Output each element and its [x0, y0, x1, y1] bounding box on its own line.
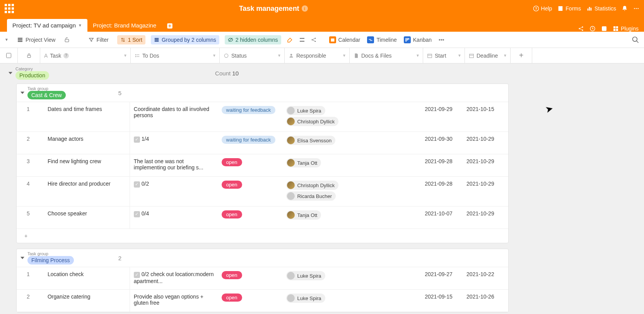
project-view-button[interactable]: Project View — [14, 35, 59, 44]
todo-cell[interactable]: ✓1/4 — [130, 132, 218, 154]
start-cell[interactable]: 2021-09-28 — [421, 177, 463, 206]
share-icon[interactable] — [311, 37, 317, 43]
taskgroup-chip[interactable]: Filming Process — [27, 256, 74, 265]
docs-cell[interactable] — [347, 132, 421, 154]
docs-cell[interactable] — [347, 290, 421, 312]
responsible-cell[interactable]: Luke SpiraChristoph Dyllick — [282, 102, 347, 131]
add-column-button[interactable]: + — [511, 48, 532, 63]
col-status[interactable]: Status▼ — [220, 48, 285, 63]
person-chip[interactable]: Ricarda Bucher — [286, 191, 336, 201]
col-checkbox[interactable] — [0, 48, 18, 63]
deadline-cell[interactable]: 2021-10-29 — [463, 154, 508, 176]
deadline-cell[interactable]: 2021-10-29 — [463, 177, 508, 206]
chevron-down-icon[interactable]: ▼ — [212, 53, 216, 58]
person-chip[interactable]: Christoph Dyllick — [286, 117, 338, 126]
col-docs[interactable]: Docs & Files▼ — [350, 48, 423, 63]
table-row[interactable]: 2Organize cateringProvide also vegan opt… — [17, 290, 508, 312]
lock-open-icon[interactable] — [64, 37, 70, 43]
collapse-icon[interactable] — [20, 257, 24, 259]
chevron-down-icon[interactable]: ▼ — [342, 53, 346, 58]
more-views-icon[interactable]: ••• — [439, 37, 444, 43]
task-cell[interactable]: Hire director and producer — [44, 177, 130, 206]
start-cell[interactable]: 2021-09-27 — [421, 267, 463, 289]
docs-cell[interactable] — [347, 102, 421, 131]
person-chip[interactable]: Tanja Ott — [286, 158, 321, 167]
person-chip[interactable]: Elisa Svensson — [286, 136, 335, 145]
col-todos[interactable]: To Dos▼ — [131, 48, 220, 63]
share-icon[interactable] — [578, 26, 584, 32]
docs-cell[interactable] — [347, 267, 421, 289]
task-cell[interactable]: Organize catering — [44, 290, 130, 312]
collapse-icon[interactable] — [20, 92, 24, 94]
chevron-down-icon[interactable]: ▼ — [416, 53, 420, 58]
responsible-cell[interactable]: Luke Spira — [282, 267, 347, 289]
table-row[interactable]: 1Location check✓0/2 check out location:m… — [17, 267, 508, 290]
person-chip[interactable]: Luke Spira — [286, 294, 325, 303]
status-cell[interactable]: open — [218, 177, 283, 206]
table-row[interactable]: 4Hire director and producer✓0/2 openChri… — [17, 177, 508, 206]
todo-cell[interactable]: The last one was not implementing our br… — [130, 154, 218, 176]
api-icon[interactable] — [601, 26, 607, 32]
table-row[interactable]: 3Find new lighting crewThe last one was … — [17, 154, 508, 177]
info-icon[interactable]: i — [302, 5, 308, 12]
status-cell[interactable]: open — [218, 206, 283, 229]
status-cell[interactable]: open — [218, 267, 283, 289]
responsible-cell[interactable]: Christoph DyllickRicarda Bucher — [282, 177, 347, 206]
todo-cell[interactable]: Provide also vegan options + gluten free — [130, 290, 218, 312]
sort-button[interactable]: 1 Sort — [117, 35, 145, 44]
deadline-cell[interactable]: 2021-10-29 — [463, 132, 508, 154]
row-height-icon[interactable] — [299, 37, 305, 43]
history-icon[interactable] — [589, 26, 596, 32]
add-tab-button[interactable] — [164, 20, 176, 32]
status-cell[interactable]: open — [218, 290, 283, 312]
table-row[interactable]: 5Choose speaker✓0/4 openTanja Ott2021-10… — [17, 206, 508, 229]
help-button[interactable]: ?Help — [533, 5, 552, 12]
plugins-button[interactable]: Plugins — [613, 26, 639, 32]
paint-icon[interactable] — [287, 36, 294, 43]
person-chip[interactable]: Christoph Dyllick — [286, 181, 338, 190]
search-icon[interactable] — [632, 36, 639, 44]
chevron-down-icon[interactable]: ▼ — [458, 53, 461, 58]
deadline-cell[interactable]: 2021-10-26 — [463, 290, 508, 312]
select-all-checkbox[interactable] — [6, 53, 11, 58]
table-row[interactable]: 1Dates and time framesCoordinate dates t… — [17, 102, 508, 132]
start-cell[interactable]: 2021-09-29 — [421, 102, 463, 131]
person-chip[interactable]: Luke Spira — [286, 271, 325, 280]
task-cell[interactable]: Choose speaker — [44, 206, 130, 229]
chevron-down-icon[interactable]: ▼ — [123, 53, 127, 58]
kanban-view[interactable]: Kanban — [404, 36, 432, 43]
docs-cell[interactable] — [347, 206, 421, 229]
status-cell[interactable]: waiting for feedback — [218, 102, 283, 131]
responsible-cell[interactable]: Tanja Ott — [282, 206, 347, 229]
responsible-cell[interactable]: Elisa Svensson — [282, 132, 347, 154]
apps-icon[interactable] — [5, 4, 14, 13]
help-icon[interactable]: ? — [63, 53, 69, 58]
task-cell[interactable]: Manage actors — [44, 132, 130, 154]
task-cell[interactable]: Find new lighting crew — [44, 154, 130, 176]
tab-tv-ad[interactable]: Project: TV ad campaign▼ — [7, 19, 87, 32]
chevron-down-icon[interactable]: ▼ — [503, 53, 507, 58]
forms-button[interactable]: Forms — [557, 5, 581, 12]
status-cell[interactable]: waiting for feedback — [218, 132, 283, 154]
person-chip[interactable]: Tanja Ott — [286, 210, 321, 220]
chevron-down-icon[interactable]: ▼ — [5, 38, 9, 42]
start-cell[interactable]: 2021-10-07 — [421, 206, 463, 229]
chevron-down-icon[interactable]: ▼ — [277, 53, 281, 58]
docs-cell[interactable] — [347, 177, 421, 206]
filter-button[interactable]: Filter — [85, 35, 111, 44]
col-start[interactable]: Start▼ — [423, 48, 465, 63]
task-cell[interactable]: Dates and time frames — [44, 102, 130, 131]
category-chip[interactable]: Production — [15, 71, 49, 80]
start-cell[interactable]: 2021-09-30 — [421, 132, 463, 154]
timeline-view[interactable]: Timeline — [367, 36, 396, 43]
collapse-icon[interactable] — [9, 72, 12, 74]
group-button[interactable]: Grouped by 2 columns — [151, 35, 219, 44]
todo-cell[interactable]: Coordinate dates to all involved persons — [130, 102, 218, 131]
deadline-cell[interactable]: 2021-10-29 — [463, 206, 508, 229]
hidden-cols-button[interactable]: 2 hidden columns — [225, 35, 281, 44]
taskgroup-chip[interactable]: Cast & Crew — [27, 91, 66, 99]
deadline-cell[interactable]: 2021-10-15 — [463, 102, 508, 131]
task-cell[interactable]: Location check — [44, 267, 130, 289]
docs-cell[interactable] — [347, 154, 421, 176]
todo-cell[interactable]: ✓0/2 check out location:modern apartment… — [130, 267, 218, 289]
